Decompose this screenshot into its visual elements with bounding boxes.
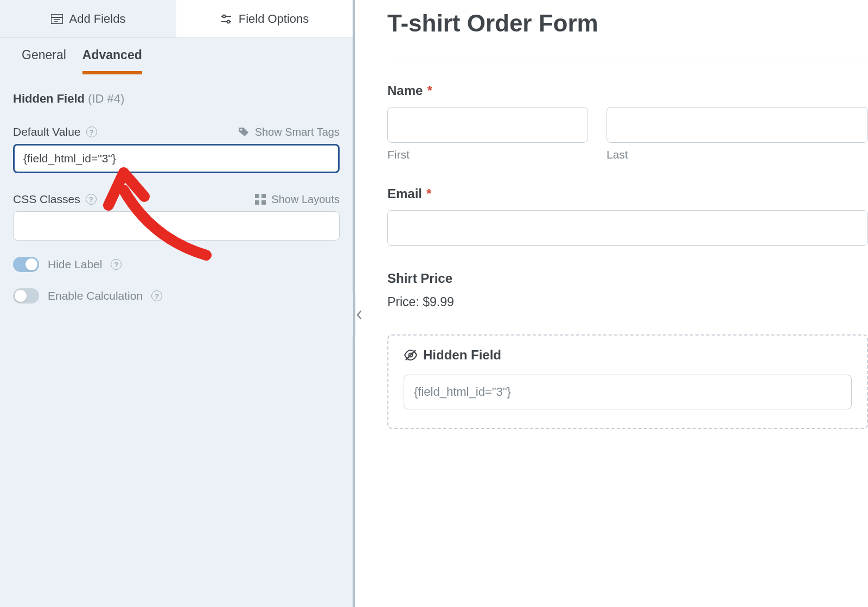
field-heading-title: Hidden Field <box>13 92 85 105</box>
field-heading: Hidden Field (ID #4) <box>13 92 340 106</box>
shirt-price-label: Shirt Price <box>387 271 868 286</box>
help-icon[interactable]: ? <box>86 194 97 205</box>
form-title: T-shirt Order Form <box>387 10 868 37</box>
tab-field-options[interactable]: Field Options <box>176 0 353 37</box>
hidden-field-value: {field_html_id="3"} <box>404 375 852 409</box>
field-options-subtabs: General Advanced <box>0 38 353 74</box>
field-heading-id: (ID #4) <box>88 92 124 105</box>
last-name-input[interactable] <box>607 107 868 143</box>
last-name-sublabel: Last <box>607 148 868 161</box>
field-options-icon <box>220 14 232 24</box>
shirt-price-value: Price: $9.99 <box>387 295 868 309</box>
svg-rect-10 <box>261 194 266 198</box>
collapse-panel-handle[interactable] <box>340 293 367 337</box>
required-star: * <box>427 83 432 98</box>
svg-rect-0 <box>51 14 63 24</box>
layouts-icon <box>255 194 266 205</box>
enable-calculation-toggle[interactable] <box>13 288 39 303</box>
field-options-panel: Add Fields Field Options General Advance… <box>0 0 355 607</box>
show-smart-tags-label: Show Smart Tags <box>255 126 340 138</box>
css-classes-input[interactable] <box>13 211 340 241</box>
css-classes-label: CSS Classes <box>13 193 80 206</box>
show-layouts-label: Show Layouts <box>271 193 340 206</box>
svg-point-5 <box>222 15 225 17</box>
tab-add-fields-label: Add Fields <box>69 12 126 26</box>
hide-label-label: Hide Label <box>48 258 102 271</box>
svg-point-8 <box>240 129 242 131</box>
hidden-field-box[interactable]: Hidden Field {field_html_id="3"} <box>387 334 868 429</box>
tab-add-fields[interactable]: Add Fields <box>0 0 176 37</box>
enable-calculation-label: Enable Calculation <box>48 289 143 302</box>
svg-rect-9 <box>255 194 259 198</box>
help-icon[interactable]: ? <box>151 290 162 301</box>
email-field-label: Email <box>387 186 422 201</box>
tab-field-options-label: Field Options <box>239 12 309 26</box>
name-field-label: Name <box>387 83 423 98</box>
divider <box>387 60 868 60</box>
help-icon[interactable]: ? <box>111 259 122 270</box>
tag-icon <box>238 127 250 137</box>
eye-off-icon <box>404 349 418 361</box>
svg-rect-11 <box>255 200 259 205</box>
form-preview: T-shirt Order Form Name* First Last Ema <box>355 0 868 607</box>
show-layouts-button[interactable]: Show Layouts <box>255 193 340 206</box>
subtab-general[interactable]: General <box>22 48 66 74</box>
default-value-input[interactable] <box>13 144 340 173</box>
first-name-input[interactable] <box>387 107 588 143</box>
chevron-left-icon <box>356 310 362 320</box>
add-fields-icon <box>51 14 63 24</box>
email-input[interactable] <box>387 210 868 246</box>
default-value-label: Default Value <box>13 125 81 138</box>
help-icon[interactable]: ? <box>86 127 97 137</box>
hide-label-toggle[interactable] <box>13 257 39 272</box>
svg-rect-12 <box>261 200 266 205</box>
show-smart-tags-button[interactable]: Show Smart Tags <box>238 126 340 138</box>
first-name-sublabel: First <box>387 148 588 161</box>
subtab-advanced[interactable]: Advanced <box>82 48 142 74</box>
hidden-field-title: Hidden Field <box>423 347 501 363</box>
panel-top-tabs: Add Fields Field Options <box>0 0 353 38</box>
svg-point-7 <box>227 20 229 23</box>
required-star: * <box>426 186 431 201</box>
